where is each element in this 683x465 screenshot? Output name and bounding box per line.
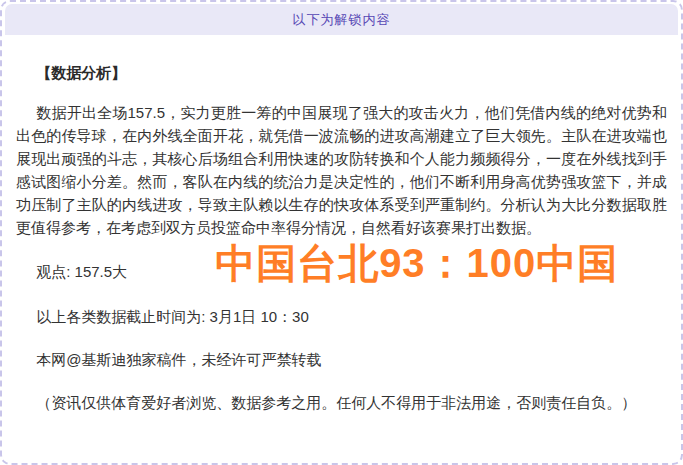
deadline-text: 以上各类数据截止时间为: 3月1日 10：30 — [16, 305, 667, 328]
viewpoint-row: 观点: 157.5大中国台北93：100中国 — [16, 243, 667, 292]
analysis-paragraph: 数据开出全场157.5，实力更胜一筹的中国展现了强大的攻击火力，他们凭借内线的绝… — [16, 101, 667, 239]
score-highlight: 中国台北93：100中国 — [215, 243, 618, 283]
unlock-banner: 以下为解锁内容 — [5, 4, 678, 35]
viewpoint-label: 观点: 157.5大 — [36, 263, 127, 280]
copyright-text: 本网@基斯迪独家稿件，未经许可严禁转载 — [16, 348, 667, 371]
unlock-banner-label: 以下为解锁内容 — [293, 11, 391, 29]
unlocked-content-panel: 以下为解锁内容 【数据分析】 数据开出全场157.5，实力更胜一筹的中国展现了强… — [0, 0, 683, 465]
section-title: 【数据分析】 — [16, 61, 667, 84]
article-content: 【数据分析】 数据开出全场157.5，实力更胜一筹的中国展现了强大的攻击火力，他… — [2, 61, 681, 414]
disclaimer-text: （资讯仅供体育爱好者浏览、数据参考之用。任何人不得用于非法用途，否则责任自负。） — [16, 391, 667, 414]
